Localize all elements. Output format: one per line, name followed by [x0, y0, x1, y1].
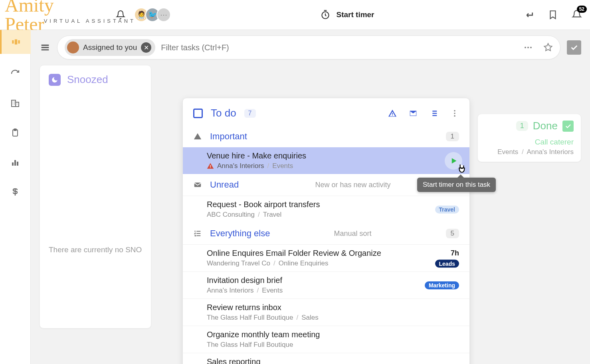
done-task-title: Call caterer: [485, 138, 574, 146]
rail-analytics[interactable]: [6, 153, 25, 172]
top-header: Amity Peter VIRTUAL ASSISTANT 🧑‍⚕️ 🐦 ⋯ S…: [0, 0, 590, 30]
task-path: The Glass Half Full Boutique / Sales: [207, 314, 459, 322]
start-timer-label: Start timer: [336, 10, 374, 19]
done-column: 1 Done Call caterer Events / Anna's Inte…: [477, 114, 581, 162]
notifications-badge: 52: [577, 6, 587, 13]
task-invitation-brief[interactable]: Invitation design brief Anna's Interiors…: [183, 271, 469, 299]
rail-building[interactable]: [6, 94, 25, 113]
check-icon: [562, 121, 574, 132]
bookmark-icon[interactable]: [548, 10, 558, 20]
section-important-title: Important: [210, 131, 247, 142]
section-important-count: 1: [446, 132, 459, 141]
todo-panel: To do 7 Important 1 Venue h: [182, 98, 470, 364]
toggle-done-icon[interactable]: [567, 40, 581, 55]
logo-script: Amity Peter: [5, 0, 58, 34]
assigned-chip[interactable]: Assigned to you ✕: [65, 39, 155, 56]
svg-rect-9: [14, 160, 16, 166]
section-unread-title: Unread: [210, 180, 239, 190]
warning-icon[interactable]: [388, 109, 397, 118]
tooltip-start-timer: Start timer on this task: [417, 178, 496, 192]
svg-point-13: [530, 47, 532, 48]
svg-rect-10: [17, 162, 18, 166]
kebab-icon[interactable]: [450, 109, 459, 118]
done-header: 1 Done: [485, 120, 574, 132]
svg-point-11: [525, 47, 526, 48]
notifications-icon[interactable]: 52: [572, 10, 582, 20]
task-path: Wandering Travel Co / Online Enquiries: [207, 259, 459, 267]
logo: Amity Peter VIRTUAL ASSISTANT: [0, 0, 136, 34]
done-title: Done: [533, 120, 558, 132]
task-team-meeting[interactable]: Organize monthly team meeting The Glass …: [183, 326, 469, 353]
tag-travel: Travel: [435, 206, 459, 214]
task-meta: 7h Leads: [435, 249, 459, 267]
chip-avatar: [67, 42, 79, 53]
filter-input[interactable]: [161, 43, 518, 52]
task-title: Review returns inbox: [207, 303, 459, 312]
task-title: Online Enquires Email Folder Review & Or…: [207, 249, 459, 258]
svg-point-14: [454, 110, 455, 111]
snoozed-title: Snoozed: [67, 73, 108, 86]
svg-point-12: [527, 47, 529, 48]
star-icon[interactable]: [543, 43, 553, 52]
task-title: Venue hire - Make enquiries: [207, 151, 459, 160]
task-airport-transfers[interactable]: Request - Book airport transfers ABC Con…: [183, 196, 469, 223]
section-important[interactable]: Important 1: [183, 126, 469, 147]
filter-right-icons: [523, 43, 553, 52]
rail-tasks[interactable]: [0, 30, 31, 54]
task-title: Sales reporting: [207, 357, 459, 364]
reply-icon[interactable]: [524, 10, 534, 20]
done-task[interactable]: Call caterer Events / Anna's Interiors: [485, 138, 574, 156]
task-meta: 6h 40m: [434, 362, 459, 364]
section-else-desc: Manual sort: [334, 229, 371, 238]
task-review-returns[interactable]: Review returns inbox The Glass Half Full…: [183, 299, 469, 326]
task-venue-hire[interactable]: Venue hire - Make enquiries Anna's Inter…: [183, 147, 469, 174]
avatar-more[interactable]: ⋯: [156, 8, 171, 22]
task-title: Organize monthly team meeting: [207, 330, 459, 339]
numbered-list-icon: [193, 229, 202, 238]
task-path: Anna's Interiors / Events: [207, 287, 459, 295]
svg-point-16: [454, 115, 455, 117]
rail-refresh[interactable]: [6, 64, 25, 83]
svg-point-15: [454, 113, 455, 114]
rail-clipboard[interactable]: [6, 123, 25, 142]
snoozed-empty-text: There are currently no SNOOZED tasks: [49, 245, 142, 254]
section-else-count: 5: [446, 229, 459, 238]
task-meta: Travel: [435, 206, 459, 214]
task-time: 7h: [451, 249, 459, 257]
checkbox-icon[interactable]: [193, 109, 203, 118]
todo-header: To do 7: [183, 98, 469, 126]
snoozed-column: Snoozed There are currently no SNOOZED t…: [40, 65, 151, 328]
done-count: 1: [516, 121, 528, 131]
tag-leads: Leads: [435, 259, 459, 267]
header-timer[interactable]: Start timer: [171, 10, 524, 20]
snoozed-header: Snoozed: [49, 73, 142, 86]
section-else-title: Everything else: [210, 228, 270, 239]
task-sales-reporting[interactable]: Sales reporting Wandering Travel Co / Re…: [183, 353, 469, 364]
done-task-path: Events / Anna's Interiors: [485, 148, 574, 156]
chip-label: Assigned to you: [83, 43, 137, 52]
task-online-enquires[interactable]: Online Enquires Email Folder Review & Or…: [183, 244, 469, 271]
moon-icon: [49, 74, 61, 86]
task-title: Request - Book airport transfers: [207, 200, 459, 209]
triangle-icon: [193, 132, 202, 141]
list-icon[interactable]: [430, 109, 438, 118]
section-else[interactable]: Everything else Manual sort 5: [183, 223, 469, 244]
header-right: 52: [524, 10, 582, 20]
menu-icon[interactable]: [40, 42, 51, 53]
task-path: The Glass Half Full Boutique: [207, 341, 459, 349]
avatar-stack[interactable]: 🧑‍⚕️ 🐦 ⋯: [137, 8, 171, 22]
todo-title: To do: [211, 107, 236, 119]
filter-row: Assigned to you ✕: [31, 36, 590, 65]
left-rail: [0, 30, 31, 364]
warning-small-icon: [207, 162, 214, 170]
bell-icon[interactable]: [116, 10, 125, 20]
cursor-icon: [457, 163, 467, 174]
rail-billing[interactable]: [6, 182, 25, 202]
envelope-icon: [193, 180, 202, 189]
svg-rect-2: [15, 40, 18, 45]
chip-remove-icon[interactable]: ✕: [141, 42, 151, 53]
task-title: Invitation design brief: [207, 276, 459, 285]
more-icon[interactable]: [523, 43, 533, 52]
mail-icon[interactable]: [409, 109, 418, 118]
tag-marketing: Marketing: [425, 281, 459, 289]
